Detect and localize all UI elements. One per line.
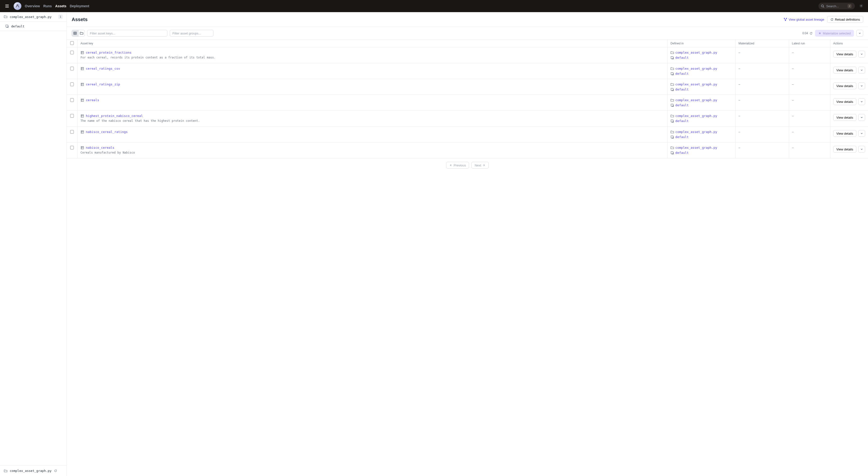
hamburger-menu-icon[interactable]	[4, 3, 10, 9]
defined-file-link[interactable]: complex_asset_graph.py	[675, 114, 717, 118]
defined-file-link[interactable]: complex_asset_graph.py	[675, 98, 717, 102]
defined-group-link[interactable]: default	[675, 72, 689, 75]
sidebar-footer: complex_asset_graph.py	[0, 465, 66, 476]
col-header-asset-key: Asset key	[78, 40, 668, 47]
arrow-left-icon	[449, 164, 452, 167]
gear-icon[interactable]	[858, 3, 864, 9]
asset-description: Cereals manufactured by Nabisco	[81, 150, 664, 155]
view-toggle-folder[interactable]	[78, 30, 85, 36]
col-header-materialized: Materialized	[735, 40, 789, 47]
logo-icon[interactable]	[13, 2, 21, 10]
materialized-value: –	[739, 114, 740, 118]
reload-icon[interactable]	[54, 469, 57, 472]
reload-icon	[830, 18, 834, 21]
row-checkbox[interactable]	[70, 82, 74, 86]
sidebar-item-repo[interactable]: complex_asset_graph.py 1	[0, 12, 66, 22]
previous-button[interactable]: Previous	[446, 162, 469, 169]
defined-group-link[interactable]: default	[675, 56, 689, 60]
row-checkbox[interactable]	[70, 146, 74, 149]
reload-definitions-label: Reload definitions	[835, 18, 860, 21]
view-details-button[interactable]: View details	[833, 130, 856, 137]
asset-name-link[interactable]: nabisco_cereals	[86, 146, 114, 149]
previous-label: Previous	[454, 164, 466, 167]
asset-name-link[interactable]: cereal_ratings_csv	[86, 67, 120, 70]
folder-icon	[671, 99, 674, 102]
asset-name-link[interactable]: nabisco_cereal_ratings	[86, 130, 128, 134]
global-search[interactable]: /	[818, 3, 855, 9]
search-icon	[821, 4, 824, 8]
defined-file-link[interactable]: complex_asset_graph.py	[675, 67, 717, 70]
asset-name-link[interactable]: cereal_ratings_zip	[86, 82, 120, 86]
reload-definitions-button[interactable]: Reload definitions	[827, 16, 863, 23]
svg-rect-33	[671, 120, 673, 122]
nav-deployment[interactable]: Deployment	[70, 4, 89, 8]
table-row: cereals complex_asset_graph.py default –…	[67, 95, 868, 111]
view-details-button[interactable]: View details	[833, 82, 856, 89]
defined-file-link[interactable]: complex_asset_graph.py	[675, 146, 717, 149]
filter-keys-input[interactable]	[87, 30, 167, 37]
asset-name-link[interactable]: cereals	[86, 98, 99, 102]
materialize-selected-button[interactable]: Materialize selected	[815, 30, 854, 37]
svg-rect-18	[81, 67, 84, 70]
view-details-button[interactable]: View details	[833, 51, 856, 58]
view-details-button[interactable]: View details	[833, 146, 856, 152]
lineage-icon	[784, 18, 787, 21]
layers-icon	[671, 151, 674, 155]
svg-rect-30	[81, 114, 84, 117]
materialize-menu-button[interactable]	[856, 30, 863, 37]
filter-groups-input[interactable]	[170, 30, 214, 37]
view-details-button[interactable]: View details	[833, 114, 856, 121]
svg-point-10	[785, 20, 786, 21]
row-menu-button[interactable]	[858, 130, 865, 137]
assets-table-wrap: Asset key Defined in Materialized Latest…	[67, 40, 868, 476]
col-header-latest-run: Latest run	[789, 40, 830, 47]
defined-group-link[interactable]: default	[675, 88, 689, 91]
nav-overview[interactable]: Overview	[25, 4, 40, 8]
table-icon	[81, 83, 84, 86]
asset-name-link[interactable]: highest_protein_nabisco_cereal	[86, 114, 143, 118]
table-row: nabisco_cereal_ratings complex_asset_gra…	[67, 127, 868, 142]
view-toggle	[72, 30, 85, 37]
row-checkbox[interactable]	[70, 130, 74, 134]
row-menu-button[interactable]	[858, 114, 865, 121]
defined-file-link[interactable]: complex_asset_graph.py	[675, 51, 717, 54]
row-menu-button[interactable]	[858, 51, 865, 58]
view-lineage-link[interactable]: View global asset lineage	[784, 18, 824, 21]
assets-table: Asset key Defined in Materialized Latest…	[67, 40, 868, 159]
table-icon	[81, 99, 84, 102]
asset-description: The name of the nabisco cereal that has …	[81, 118, 664, 123]
view-details-button[interactable]: View details	[833, 98, 856, 105]
asset-name-link[interactable]: cereal_protein_fractions	[86, 51, 132, 54]
nav-runs[interactable]: Runs	[43, 4, 52, 8]
materialized-value: –	[739, 146, 740, 149]
defined-file-link[interactable]: complex_asset_graph.py	[675, 82, 717, 86]
row-checkbox[interactable]	[70, 51, 74, 54]
view-toggle-list[interactable]	[72, 30, 78, 36]
row-checkbox[interactable]	[70, 114, 74, 118]
main-content: Assets View global asset lineage Reload …	[67, 12, 868, 476]
search-input[interactable]	[826, 4, 846, 8]
row-menu-button[interactable]	[858, 82, 865, 89]
row-checkbox[interactable]	[70, 98, 74, 102]
table-icon	[81, 130, 84, 134]
row-checkbox[interactable]	[70, 67, 74, 70]
select-all-checkbox[interactable]	[70, 41, 74, 45]
row-menu-button[interactable]	[858, 67, 865, 73]
latest-run-value: –	[792, 114, 794, 118]
defined-group-link[interactable]: default	[675, 135, 689, 139]
sidebar-item-group[interactable]: default	[0, 22, 66, 31]
defined-group-link[interactable]: default	[675, 151, 689, 155]
nav-assets[interactable]: Assets	[55, 4, 66, 8]
view-details-button[interactable]: View details	[833, 67, 856, 73]
defined-group-link[interactable]: default	[675, 103, 689, 107]
row-menu-button[interactable]	[858, 146, 865, 152]
defined-group-link[interactable]: default	[675, 119, 689, 123]
row-menu-button[interactable]	[858, 98, 865, 105]
next-button[interactable]: Next	[471, 162, 489, 169]
sidebar-item-label: default	[11, 25, 63, 28]
svg-rect-7	[6, 25, 8, 27]
page-title: Assets	[72, 17, 781, 22]
reload-icon[interactable]	[809, 32, 813, 35]
defined-file-link[interactable]: complex_asset_graph.py	[675, 130, 717, 134]
layers-icon	[671, 135, 674, 139]
